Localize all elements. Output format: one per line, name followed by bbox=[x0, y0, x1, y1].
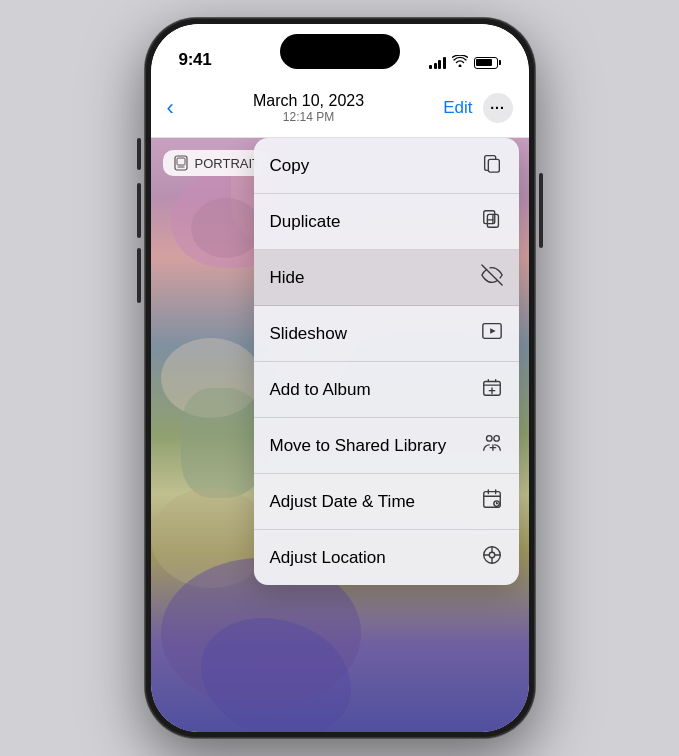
svg-point-14 bbox=[486, 436, 492, 442]
nav-right: Edit ··· bbox=[443, 93, 512, 123]
nav-title: March 10, 2023 bbox=[253, 92, 364, 110]
menu-item-add-album[interactable]: Add to Album bbox=[254, 362, 519, 418]
calendar-icon bbox=[481, 488, 503, 515]
location-icon bbox=[481, 544, 503, 571]
menu-adjust-location-label: Adjust Location bbox=[270, 548, 386, 568]
menu-item-hide[interactable]: Hide bbox=[254, 250, 519, 306]
menu-item-slideshow[interactable]: Slideshow bbox=[254, 306, 519, 362]
slideshow-icon bbox=[481, 320, 503, 347]
portrait-label: PORTRAIT bbox=[195, 156, 261, 171]
menu-copy-label: Copy bbox=[270, 156, 310, 176]
menu-duplicate-label: Duplicate bbox=[270, 212, 341, 232]
status-bar: 9:41 bbox=[151, 24, 529, 78]
back-chevron-icon: ‹ bbox=[167, 95, 174, 121]
menu-adjust-date-label: Adjust Date & Time bbox=[270, 492, 416, 512]
phone-frame: 9:41 bbox=[145, 18, 535, 738]
screen: 9:41 bbox=[151, 24, 529, 732]
svg-marker-10 bbox=[490, 328, 496, 334]
context-menu: Copy Duplicate bbox=[254, 138, 519, 585]
menu-item-duplicate[interactable]: Duplicate bbox=[254, 194, 519, 250]
menu-item-adjust-location[interactable]: Adjust Location bbox=[254, 530, 519, 585]
more-button[interactable]: ··· bbox=[483, 93, 513, 123]
menu-add-album-label: Add to Album bbox=[270, 380, 371, 400]
menu-slideshow-label: Slideshow bbox=[270, 324, 348, 344]
shared-library-icon bbox=[481, 432, 503, 459]
svg-point-26 bbox=[489, 552, 495, 558]
copy-icon bbox=[481, 152, 503, 179]
edit-button[interactable]: Edit bbox=[443, 98, 472, 118]
menu-item-adjust-date[interactable]: Adjust Date & Time bbox=[254, 474, 519, 530]
dynamic-island bbox=[280, 34, 400, 69]
nav-subtitle: 12:14 PM bbox=[253, 110, 364, 124]
svg-rect-1 bbox=[177, 158, 185, 165]
volume-up-button bbox=[137, 183, 141, 238]
wifi-icon bbox=[452, 55, 468, 70]
back-button[interactable]: ‹ bbox=[167, 95, 174, 121]
battery-icon bbox=[474, 57, 501, 69]
add-album-icon bbox=[481, 376, 503, 403]
menu-item-copy[interactable]: Copy bbox=[254, 138, 519, 194]
nav-bar: ‹ March 10, 2023 12:14 PM Edit ··· bbox=[151, 78, 529, 138]
svg-rect-18 bbox=[483, 492, 500, 508]
volume-down-button bbox=[137, 248, 141, 303]
status-icons bbox=[429, 55, 501, 70]
signal-icon bbox=[429, 57, 446, 69]
power-button bbox=[539, 173, 543, 248]
svg-point-15 bbox=[493, 436, 499, 442]
duplicate-icon bbox=[481, 208, 503, 235]
photo-area: PORTRAIT Copy bbox=[151, 138, 529, 732]
menu-shared-library-label: Move to Shared Library bbox=[270, 436, 447, 456]
mute-button bbox=[137, 138, 141, 170]
hide-icon bbox=[481, 264, 503, 291]
phone-screen: 9:41 bbox=[151, 24, 529, 732]
menu-item-shared-library[interactable]: Move to Shared Library bbox=[254, 418, 519, 474]
status-time: 9:41 bbox=[179, 50, 212, 70]
portrait-icon bbox=[173, 155, 189, 171]
svg-rect-3 bbox=[488, 159, 499, 172]
nav-center: March 10, 2023 12:14 PM bbox=[253, 92, 364, 124]
menu-hide-label: Hide bbox=[270, 268, 305, 288]
